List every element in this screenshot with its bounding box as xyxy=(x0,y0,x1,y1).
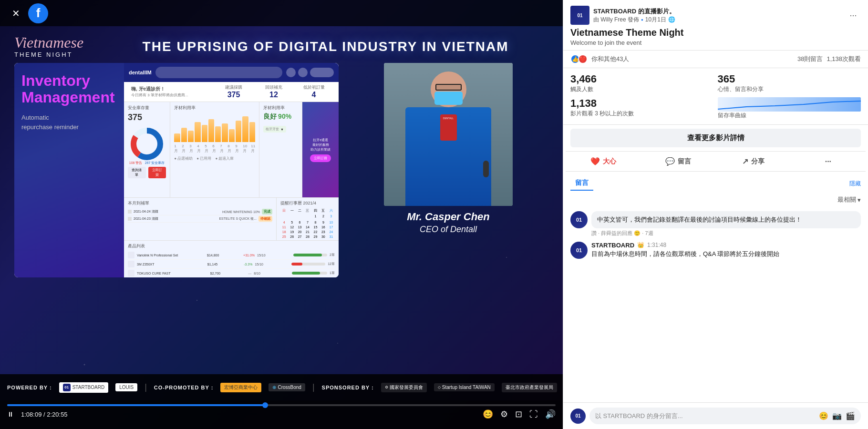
prod-icon-0 xyxy=(128,252,134,258)
table-row-0: 2021-04-24 清購 HOME WHITENING 10% 完成 xyxy=(128,208,272,215)
volume-button[interactable]: 🔊 xyxy=(545,409,556,419)
slide-metrics-row: 嗨, 牙e通診所！ 今日將有 3 筆牙材即將由供應商... 建議採購 375 回… xyxy=(124,82,339,102)
reaction-count: 你和其他43人 xyxy=(591,55,794,63)
prod-row-1: 3M Z350XT $1,145 -3.3% 15/10 12單 xyxy=(128,260,335,269)
prod-row-2: TOKUSO CURE FAST $2,700 — 8/10 1單 xyxy=(128,269,335,277)
speaker-title: CEO of Dentall xyxy=(407,225,490,235)
chevron-down-icon: ▾ xyxy=(858,196,861,204)
comment-filter[interactable]: 最相關 ▾ xyxy=(837,195,861,204)
prod-icon-2 xyxy=(128,270,134,276)
slide-icon-1 xyxy=(286,68,296,77)
video-container: ✕ f Vietnamese THEME NIGHT THE UPRISING … xyxy=(0,0,563,429)
live-time-1: 1:31:48 xyxy=(647,242,666,248)
slide-icon-row xyxy=(286,68,334,77)
view-count: 1,138次觀看 xyxy=(827,55,861,63)
slide-calendar: 提醒行事曆 2021/4 日 一二 三四 五 六 1 2 xyxy=(277,198,339,240)
slide-main-grid: 安全庫存量 375 108 警告 267 安全庫存 xyxy=(124,102,339,197)
close-button[interactable]: ✕ xyxy=(7,5,24,22)
slide-metric-1: 回頭補充 12 xyxy=(254,84,294,99)
badge-1: 待確認 xyxy=(258,216,272,222)
pip-button[interactable]: ⊡ xyxy=(515,409,522,419)
camera-input-icon[interactable]: 📷 xyxy=(832,411,842,420)
video-content: Vietnamese THEME NIGHT THE UPRISING OF D… xyxy=(0,26,563,400)
like-button[interactable]: ❤️ 大心 xyxy=(566,153,641,170)
logo-theme-text: THEME NIGHT xyxy=(14,51,83,58)
comment-section: 留言 隱藏 最相關 ▾ 01 中英文皆可，我們會記錄並翻譯在最後的討論項目時候彙… xyxy=(563,172,868,402)
event-header: Vietnamese THEME NIGHT THE UPRISING OF D… xyxy=(0,26,563,63)
promo-btn[interactable]: 立即訂購 xyxy=(310,154,331,162)
time-display: 1:08:09 / 2:20:55 xyxy=(21,411,68,418)
speaker-panel: DENTALL Mr. Casper Chen CEO of Dentall xyxy=(348,63,548,235)
slide-stock-col: 安全庫存量 375 108 警告 267 安全庫存 xyxy=(124,102,170,197)
live-avatar-1: 01 xyxy=(570,242,588,259)
donut-chart: 108 警告 267 安全庫存 xyxy=(128,125,166,163)
hide-button[interactable]: 隱藏 xyxy=(849,180,861,188)
startboard-logo: 01 STARTBOARD xyxy=(59,382,108,393)
comment-bubble-0: 中英文皆可，我們會記錄並翻譯在最後的討論項目時候彙線上的各位提出！ xyxy=(591,211,861,228)
sidebar: 01 STARTBOARD 的直播影片。 由 Willy Free 發佈 ● 1… xyxy=(563,0,868,429)
heart-action-icon: ❤️ xyxy=(590,157,600,166)
slide-products: 產品列表 Variolink N Professional Set $14,80… xyxy=(124,240,339,277)
crossbond-logo: ⊕CrossBond xyxy=(269,383,305,391)
sponsors-bar: POWERED BY : 01 STARTBOARD LOUIS | CO-PR… xyxy=(0,374,563,400)
louis-logo: LOUIS xyxy=(115,383,137,391)
comment-tab[interactable]: 留言 xyxy=(570,176,593,191)
hongbo-logo: 宏博亞商業中心 xyxy=(220,383,261,392)
calendar-grid: 日 一二 三四 五 六 1 2 3 4 xyxy=(280,208,335,239)
stat-engage: 365 心情、留言和分享 xyxy=(718,73,861,93)
live-content-1: STARTBOARD 👑 1:31:48 目前為中場休息時間，請各位觀眾稍後，Q… xyxy=(591,242,861,258)
stat-reach: 3,466 觸及人數 xyxy=(570,73,714,93)
slide-right-panel: dentallIM 嗨, 牙e通診所！ 今日將有 3 筆牙材即將由供應商... xyxy=(124,63,339,277)
play-pause-button[interactable]: ⏸ xyxy=(7,410,14,418)
share-action-icon: ↗ xyxy=(742,157,748,166)
stat-retention: 留存率曲線 xyxy=(718,97,861,120)
table-row-1: 2021-04-23 清購 ESTELITE S QUICK 複... 待確認 xyxy=(128,215,272,223)
slide-row2: 本月到補單 2021-04-24 清購 HOME WHITENING 10% 完… xyxy=(124,197,339,240)
progress-bar[interactable] xyxy=(7,404,556,406)
facebook-logo: f xyxy=(28,3,48,23)
top-bar: ✕ f xyxy=(0,0,563,26)
comment-header: 留言 隱藏 xyxy=(570,176,861,191)
progress-fill xyxy=(7,404,265,406)
check-list-btn[interactable]: 查詢清單 xyxy=(128,167,146,178)
heart-icon: ❤️ xyxy=(578,54,588,64)
live-name-1: STARTBOARD xyxy=(591,242,634,249)
settings-button[interactable]: ⚙ xyxy=(500,409,508,419)
detail-button[interactable]: 查看更多影片詳情 xyxy=(570,129,861,147)
taipei-logo: 臺北市政府產業發展局 xyxy=(502,383,557,392)
bar-chart xyxy=(174,113,255,142)
emoji-input-icon[interactable]: 😊 xyxy=(819,411,828,420)
comment-meta-0: 讚 · 薛舜益的回應 🙂 · 7週 xyxy=(591,230,861,237)
more-action-button[interactable]: ··· xyxy=(791,153,866,170)
prod-icon-1 xyxy=(128,261,134,267)
fullscreen-button[interactable]: ⛶ xyxy=(529,409,538,419)
quick-order-btn[interactable]: 立即訂貨 xyxy=(148,167,166,178)
stats-grid: 3,466 觸及人數 365 心情、留言和分享 1,138 影片觀看 3 秒以上… xyxy=(563,68,868,125)
sidebar-org-avatar: 01 xyxy=(570,6,589,25)
slide-metric-2: 低於初訂量 4 xyxy=(294,84,334,99)
comment-input-wrap[interactable]: 以 STARTBOARD 的身分留言... 😊 📷 🎬 xyxy=(589,408,861,424)
slide-greeting: 嗨, 牙e通診所！ 今日將有 3 筆牙材即將由供應商... xyxy=(129,84,214,99)
comment-input-placeholder: 以 STARTBOARD 的身分留言... xyxy=(595,412,815,420)
sidebar-meta-info: STARTBOARD 的直播影片。 由 Willy Free 發佈 ● 10月1… xyxy=(593,7,842,24)
sidebar-header: 01 STARTBOARD 的直播影片。 由 Willy Free 發佈 ● 1… xyxy=(563,0,868,51)
sidebar-more-button[interactable]: ··· xyxy=(846,8,861,23)
slide-promo-col: 拉牙e通選最好的服務助力診所業績 立即訂購 xyxy=(302,102,339,197)
event-title: THE UPRISING OF DIGITAL INDUSTRY IN VIET… xyxy=(103,39,548,54)
slide-app-name: dentallIM xyxy=(129,70,152,75)
comment-button[interactable]: 💬 留言 xyxy=(641,153,715,170)
logo-viet-text: Vietnamese xyxy=(14,35,83,50)
comment-content-0: 中英文皆可，我們會記錄並翻譯在最後的討論項目時候彙線上的各位提出！ 讚 · 薛舜… xyxy=(591,211,861,237)
action-buttons: ❤️ 大心 💬 留言 ↗ 分享 ··· xyxy=(566,151,866,172)
sidebar-desc: Welcome to join the event xyxy=(570,39,861,46)
share-button[interactable]: ↗ 分享 xyxy=(716,153,791,170)
badge-0: 完成 xyxy=(262,209,272,214)
live-comment-1: 01 STARTBOARD 👑 1:31:48 目前為中場休息時間，請各位觀眾稍… xyxy=(570,242,861,259)
sidebar-meta: 01 STARTBOARD 的直播影片。 由 Willy Free 發佈 ● 1… xyxy=(570,6,861,25)
emoji-button[interactable]: 😊 xyxy=(483,409,493,419)
video-input-icon[interactable]: 🎬 xyxy=(846,411,855,420)
comment-like-0[interactable]: 讚 · 薛舜益的回應 🙂 · 7週 xyxy=(591,230,653,237)
powered-by-label: POWERED BY : xyxy=(7,385,52,390)
sidebar-sub: 由 Willy Free 發佈 ● 10月1日 🌐 xyxy=(593,16,842,24)
progress-dot xyxy=(262,402,268,408)
